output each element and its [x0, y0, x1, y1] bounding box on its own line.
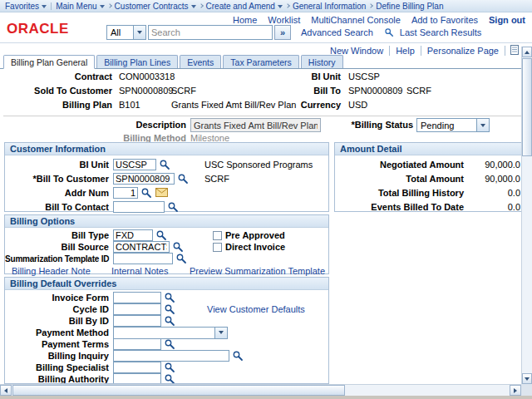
breadcrumb-general-information[interactable]: General Information — [293, 2, 366, 11]
breadcrumb-main-menu[interactable]: Main Menu — [56, 2, 104, 11]
scroll-down-icon[interactable] — [522, 373, 532, 384]
invoice-form-field-label: Invoice Form — [5, 293, 113, 303]
sign-out-link[interactable]: Sign out — [489, 15, 525, 25]
customer-information-title: Customer Information — [5, 143, 328, 155]
multichannel-console-link[interactable]: MultiChannel Console — [311, 15, 401, 25]
tab-history[interactable]: History — [301, 55, 343, 68]
advanced-search-link[interactable]: Advanced Search — [301, 27, 373, 37]
search-scope-select[interactable]: All — [106, 25, 146, 40]
last-search-results-link[interactable]: Last Search Results — [400, 27, 481, 37]
amount-detail-title: Amount Detail — [335, 143, 527, 155]
bi-unit-input[interactable] — [113, 159, 156, 170]
chevron-down-icon — [100, 5, 105, 8]
search-go-button[interactable]: » — [274, 25, 291, 40]
horizontal-scrollbar[interactable] — [0, 384, 521, 396]
customer-information-body: BI Unit USC Sponsored Programs *Bill To … — [5, 155, 328, 214]
invoice-form-lookup-icon[interactable] — [163, 292, 176, 304]
internal-notes-link[interactable]: Internal Notes — [111, 266, 168, 276]
preview-summarization-template-link[interactable]: Preview Summarization Template — [190, 266, 325, 276]
page-icon[interactable] — [510, 45, 519, 57]
billing-status-select[interactable]: Pending — [416, 118, 490, 132]
billing-inquiry-input[interactable] — [113, 350, 229, 362]
tab-billing-plan-general[interactable]: Billing Plan General — [3, 55, 95, 69]
page-action-links: New Window Help Personalize Page — [324, 45, 519, 57]
billing-authority-lookup-icon[interactable] — [163, 373, 176, 385]
addr-num-field-label: Addr Num — [5, 188, 113, 198]
billing-options-body: Bill Type Pre Approved Bill Source Direc… — [5, 228, 328, 277]
personalize-page-link[interactable]: Personalize Page — [421, 46, 505, 56]
tab-events[interactable]: Events — [180, 55, 221, 68]
payment-method-select[interactable] — [113, 327, 228, 339]
triangle-left-icon — [4, 388, 7, 393]
bill-source-input[interactable] — [113, 241, 170, 253]
description-input[interactable] — [190, 118, 321, 132]
home-link[interactable]: Home — [233, 15, 257, 25]
billing-authority-input[interactable] — [113, 373, 161, 384]
billing-plan-value: B101 — [119, 100, 140, 110]
search-input[interactable] — [148, 25, 273, 40]
addr-num-input[interactable] — [113, 187, 138, 199]
bill-to-contact-lookup-icon[interactable] — [166, 200, 180, 213]
tab-bar: Billing Plan General Billing Plan Lines … — [0, 55, 532, 69]
scrollbar-corner — [521, 384, 532, 396]
dropdown-arrow-icon[interactable] — [476, 119, 489, 131]
currency-value: USD — [348, 100, 367, 110]
pre-approved-checkbox[interactable] — [213, 231, 222, 240]
scroll-left-icon[interactable] — [0, 385, 12, 396]
summarization-template-lookup-icon[interactable] — [175, 253, 188, 265]
scroll-right-icon[interactable] — [510, 385, 521, 396]
breadcrumb-separator-icon — [368, 3, 373, 8]
breadcrumb-customer-contracts[interactable]: Customer Contracts — [115, 2, 196, 11]
bill-type-input[interactable] — [113, 229, 153, 241]
summarization-template-input[interactable] — [113, 253, 173, 264]
billing-specialist-lookup-icon[interactable] — [163, 362, 176, 374]
bill-to-customer-desc: SCRF — [204, 174, 229, 184]
vertical-scrollbar[interactable] — [521, 47, 532, 384]
vertical-scrollbar-thumb[interactable] — [522, 58, 532, 156]
cycle-id-lookup-icon[interactable] — [163, 303, 176, 316]
add-to-favorites-link[interactable]: Add to Favorites — [411, 15, 478, 25]
bill-to-customer-row: *Bill To Customer SCRF — [5, 171, 328, 185]
bill-to-customer-input[interactable] — [113, 173, 175, 185]
payment-method-field-label: Payment Method — [5, 328, 113, 337]
breadcrumb-create-and-amend[interactable]: Create and Amend — [206, 2, 283, 11]
envelope-icon[interactable] — [155, 187, 170, 198]
payment-terms-input[interactable] — [113, 338, 161, 350]
bill-source-field-label: Bill Source — [5, 242, 113, 252]
new-window-link[interactable]: New Window — [324, 46, 390, 56]
breadcrumb-favorites[interactable]: Favorites — [5, 2, 47, 11]
direct-invoice-checkbox[interactable] — [213, 243, 222, 252]
total-billing-history-label: Total Billing History — [335, 188, 472, 198]
billing-inquiry-lookup-icon[interactable] — [231, 350, 244, 362]
dropdown-arrow-icon[interactable] — [214, 328, 227, 338]
tab-billing-plan-lines[interactable]: Billing Plan Lines — [96, 55, 178, 68]
divider — [3, 116, 521, 116]
bill-to-contact-input[interactable] — [113, 201, 165, 213]
worklist-link[interactable]: Worklist — [268, 15, 300, 25]
billing-header-note-link[interactable]: Billing Header Note — [12, 266, 91, 276]
billing-specialist-input[interactable] — [113, 362, 161, 373]
summarization-template-row: Summarization Template ID — [5, 253, 328, 264]
bill-to-customer-lookup-icon[interactable] — [176, 172, 190, 185]
help-link[interactable]: Help — [390, 46, 421, 56]
scroll-up-icon[interactable] — [522, 47, 532, 57]
invoice-form-input[interactable] — [113, 292, 161, 303]
cycle-id-input[interactable] — [113, 303, 161, 315]
view-customer-defaults-link[interactable]: View Customer Defaults — [207, 304, 305, 314]
customer-information-section: Customer Information BI Unit USC Sponsor… — [4, 142, 329, 212]
bi-unit-lookup-icon[interactable] — [158, 158, 171, 170]
bill-to-customer-field-label: *Bill To Customer — [5, 174, 113, 184]
bill-by-id-row: Bill By ID — [5, 315, 328, 327]
payment-terms-lookup-icon[interactable] — [163, 338, 176, 351]
dropdown-arrow-icon[interactable] — [133, 26, 145, 39]
bill-source-lookup-icon[interactable] — [171, 241, 185, 254]
tab-tax-parameters[interactable]: Tax Parameters — [223, 55, 299, 68]
addr-num-lookup-icon[interactable] — [140, 186, 153, 199]
horizontal-scrollbar-thumb[interactable] — [12, 385, 345, 396]
amount-row: Events Billed To Date 0.0 — [335, 200, 527, 214]
bill-type-lookup-icon[interactable] — [155, 229, 168, 242]
bill-by-id-lookup-icon[interactable] — [163, 315, 176, 328]
invoice-form-row: Invoice Form — [5, 292, 328, 303]
bill-by-id-input[interactable] — [113, 315, 161, 327]
bill-to-desc: SCRF — [406, 86, 431, 96]
